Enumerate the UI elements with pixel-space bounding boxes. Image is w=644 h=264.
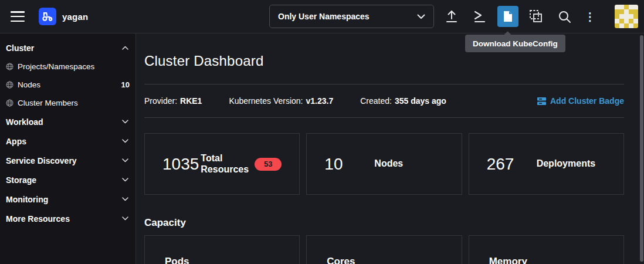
- total-resources-count: 1035: [162, 155, 199, 174]
- rancher-logo-icon: [41, 10, 54, 23]
- header-actions: ⋮: [438, 0, 602, 33]
- sidebar-item-cluster-members[interactable]: Cluster Members: [0, 94, 135, 112]
- namespace-filter-dropdown[interactable]: Only User Namespaces: [269, 5, 434, 28]
- chevron-down-icon: [122, 197, 128, 201]
- divider: [144, 117, 624, 118]
- app-header: yagan Only User Namespaces: [0, 0, 644, 33]
- sidebar-group-more-resources[interactable]: More Resources: [0, 209, 135, 228]
- sidebar-group-cluster[interactable]: Cluster: [0, 38, 135, 57]
- globe-icon: [6, 81, 13, 89]
- cluster-name: yagan: [62, 12, 88, 22]
- sidebar-group-storage[interactable]: Storage: [0, 170, 135, 189]
- chevron-down-icon: [122, 158, 128, 163]
- sidebar-group-apps[interactable]: Apps: [0, 131, 135, 151]
- sidebar-group-workload[interactable]: Workload: [0, 112, 135, 131]
- user-avatar[interactable]: [615, 5, 638, 28]
- deployments-label: Deployments: [537, 158, 595, 169]
- capacity-section-title: Capacity: [144, 217, 624, 229]
- sidebar-group-monitoring[interactable]: Monitoring: [0, 189, 135, 209]
- kubectl-shell-icon[interactable]: [466, 0, 494, 33]
- capacity-card-pods: Pods: [144, 235, 300, 264]
- chevron-down-icon: [122, 120, 128, 124]
- download-kubeconfig-tooltip: Download KubeConfig: [465, 35, 565, 52]
- capacity-card-memory: Memory: [469, 235, 624, 264]
- chevron-up-icon: [122, 46, 128, 50]
- chevron-down-icon: [417, 14, 425, 19]
- rancher-cluster-dashboard: yagan Only User Namespaces: [0, 0, 644, 264]
- rancher-logo[interactable]: [39, 8, 56, 25]
- deployments-count: 267: [487, 155, 537, 174]
- download-kubeconfig-icon: [497, 6, 518, 27]
- page-title: Cluster Dashboard: [144, 53, 624, 69]
- vertical-scrollbar[interactable]: [640, 35, 643, 262]
- nodes-count-badge: 10: [121, 80, 130, 89]
- main-menu-button[interactable]: [11, 11, 25, 22]
- globe-icon: [6, 63, 13, 70]
- upload-icon[interactable]: [438, 0, 466, 33]
- stats-row: 1035 Total Resources 53 10 Nodes 267 Dep…: [144, 133, 624, 195]
- capacity-card-cores: Cores: [306, 235, 462, 264]
- add-cluster-badge-link[interactable]: Add Cluster Badge: [537, 96, 624, 106]
- stat-card-nodes: 10 Nodes: [306, 133, 462, 195]
- error-count-badge: 53: [255, 158, 282, 171]
- chevron-down-icon: [122, 178, 128, 182]
- glance-row: Provider:RKE1 Kubernetes Version:v1.23.7…: [144, 84, 624, 117]
- nodes-count: 10: [324, 155, 374, 174]
- stat-card-total-resources: 1035 Total Resources 53: [144, 133, 300, 195]
- badge-icon: [537, 97, 546, 105]
- download-kubeconfig-button[interactable]: [494, 0, 522, 33]
- sidebar-item-nodes[interactable]: Nodes 10: [0, 76, 135, 94]
- namespace-filter-value: Only User Namespaces: [278, 12, 370, 21]
- glance-kubernetes-version: Kubernetes Version:v1.23.7: [229, 96, 333, 106]
- glance-provider: Provider:RKE1: [144, 96, 202, 106]
- copy-kubeconfig-icon[interactable]: [522, 0, 550, 33]
- globe-icon: [6, 99, 13, 107]
- stat-card-deployments: 267 Deployments: [469, 133, 624, 195]
- glance-created: Created:355 days ago: [360, 96, 446, 106]
- total-resources-label: Total Resources: [201, 153, 255, 175]
- sidebar: Cluster Projects/Namespaces Nodes 10: [0, 33, 136, 264]
- search-icon[interactable]: [550, 0, 578, 33]
- chevron-down-icon: [122, 139, 128, 143]
- kebab-menu-icon[interactable]: ⋮: [578, 0, 602, 33]
- chevron-down-icon: [122, 216, 128, 221]
- sidebar-group-service-discovery[interactable]: Service Discovery: [0, 151, 135, 170]
- main-content: Cluster Dashboard Provider:RKE1 Kubernet…: [136, 33, 644, 264]
- capacity-cards-row: Pods Cores Memory: [144, 235, 624, 264]
- nodes-label: Nodes: [374, 158, 403, 169]
- sidebar-item-projects-namespaces[interactable]: Projects/Namespaces: [0, 57, 135, 76]
